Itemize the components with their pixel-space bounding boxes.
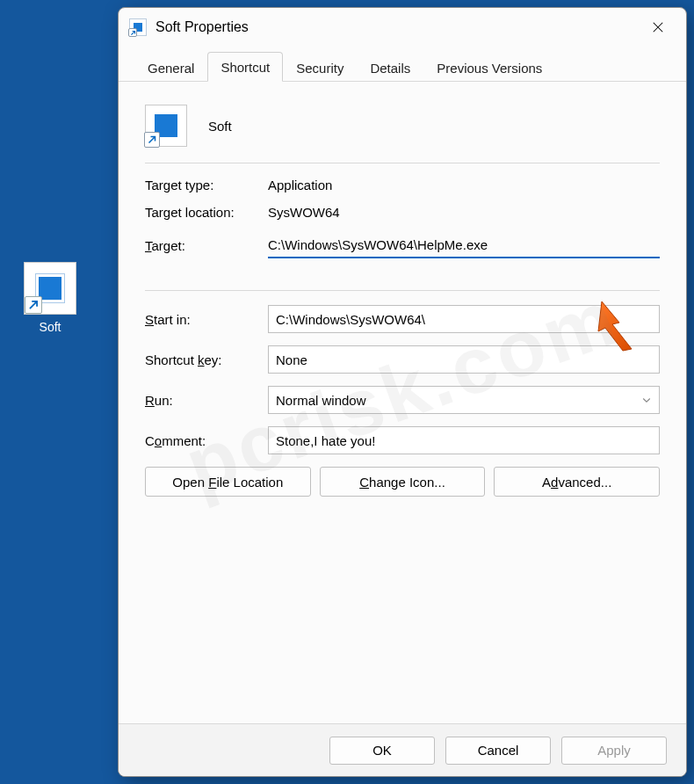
start-in-label: Start in: (145, 312, 268, 327)
target-location-label: Target location: (145, 205, 268, 220)
target-input[interactable] (268, 232, 660, 258)
chevron-down-icon (641, 395, 652, 405)
open-file-location-button[interactable]: Open File Location (145, 467, 311, 497)
desktop-shortcut-label: Soft (40, 320, 61, 334)
tab-content: Soft Target type: Application Target loc… (119, 82, 686, 723)
target-type-value: Application (268, 178, 332, 192)
shortcut-large-icon[interactable] (145, 105, 187, 147)
change-icon-button[interactable]: Change Icon... (320, 467, 486, 497)
run-label: Run: (145, 393, 268, 408)
titlebar: Soft Properties (119, 8, 686, 47)
properties-dialog: Soft Properties General Shortcut Securit… (118, 7, 687, 777)
cancel-button[interactable]: Cancel (445, 737, 551, 765)
separator (145, 163, 660, 163)
apply-button[interactable]: Apply (561, 737, 667, 765)
start-in-input[interactable] (268, 305, 660, 333)
dialog-title: Soft Properties (155, 19, 249, 35)
tab-strip: General Shortcut Security Details Previo… (119, 47, 686, 82)
titlebar-shortcut-icon (129, 18, 147, 36)
dialog-footer: OK Cancel Apply (119, 723, 686, 776)
tab-general[interactable]: General (134, 53, 207, 82)
target-label: Target: (145, 238, 268, 253)
comment-label: Comment: (145, 433, 268, 448)
tab-previous-versions[interactable]: Previous Versions (423, 53, 555, 82)
close-icon (652, 21, 664, 33)
target-type-label: Target type: (145, 178, 268, 192)
shortcut-key-input[interactable] (268, 345, 660, 374)
run-select-value: Normal window (276, 393, 366, 408)
shortcut-key-label: Shortcut key: (145, 352, 268, 367)
comment-input[interactable] (268, 426, 660, 454)
desktop-shortcut-soft[interactable]: Soft (16, 262, 84, 334)
close-button[interactable] (640, 10, 676, 45)
advanced-button[interactable]: Advanced... (494, 467, 660, 497)
run-select[interactable]: Normal window (268, 386, 660, 414)
shortcut-icon (24, 262, 76, 315)
target-location-value: SysWOW64 (268, 205, 340, 220)
tab-security[interactable]: Security (283, 53, 357, 82)
ok-button[interactable]: OK (329, 737, 435, 765)
separator (145, 290, 660, 291)
tab-details[interactable]: Details (357, 53, 423, 82)
tab-shortcut[interactable]: Shortcut (207, 52, 283, 82)
shortcut-name: Soft (208, 119, 232, 134)
